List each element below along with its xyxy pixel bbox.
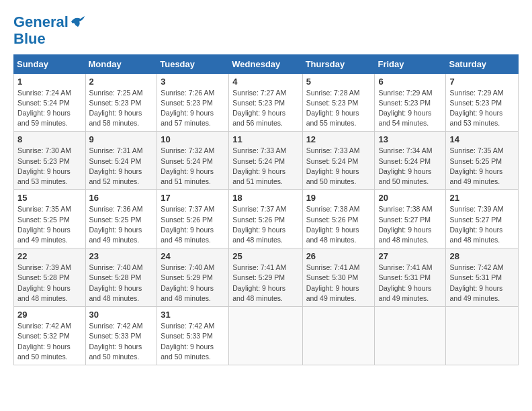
calendar-cell: 12 Sunrise: 7:33 AMSunset: 5:24 PMDaylig… xyxy=(302,132,375,190)
calendar-cell: 11 Sunrise: 7:33 AMSunset: 5:24 PMDaylig… xyxy=(229,132,302,190)
calendar-cell: 16 Sunrise: 7:36 AMSunset: 5:25 PMDaylig… xyxy=(85,190,157,248)
day-info: Sunrise: 7:39 AMSunset: 5:27 PMDaylight:… xyxy=(449,204,515,245)
day-info: Sunrise: 7:40 AMSunset: 5:29 PMDaylight:… xyxy=(161,263,225,304)
day-info: Sunrise: 7:42 AMSunset: 5:33 PMDaylight:… xyxy=(161,321,225,362)
weekday-header-wednesday: Wednesday xyxy=(229,54,302,73)
day-info: Sunrise: 7:26 AMSunset: 5:23 PMDaylight:… xyxy=(161,88,225,129)
day-info: Sunrise: 7:31 AMSunset: 5:24 PMDaylight:… xyxy=(89,146,154,187)
calendar-cell: 6 Sunrise: 7:29 AMSunset: 5:23 PMDayligh… xyxy=(375,73,446,132)
day-info: Sunrise: 7:38 AMSunset: 5:26 PMDaylight:… xyxy=(306,204,371,245)
logo: General Blue xyxy=(13,13,85,48)
calendar-cell xyxy=(229,307,302,365)
weekday-header-tuesday: Tuesday xyxy=(157,54,229,73)
day-number: 19 xyxy=(306,193,371,203)
day-number: 17 xyxy=(161,193,225,203)
logo-bird-icon xyxy=(70,15,85,28)
day-info: Sunrise: 7:41 AMSunset: 5:29 PMDaylight:… xyxy=(232,263,298,304)
calendar-cell: 19 Sunrise: 7:38 AMSunset: 5:26 PMDaylig… xyxy=(302,190,375,248)
day-number: 6 xyxy=(378,77,442,87)
calendar-cell: 10 Sunrise: 7:32 AMSunset: 5:24 PMDaylig… xyxy=(157,132,229,190)
calendar-cell: 21 Sunrise: 7:39 AMSunset: 5:27 PMDaylig… xyxy=(446,190,519,248)
weekday-header-monday: Monday xyxy=(85,54,157,73)
day-info: Sunrise: 7:25 AMSunset: 5:23 PMDaylight:… xyxy=(89,88,154,129)
day-info: Sunrise: 7:27 AMSunset: 5:23 PMDaylight:… xyxy=(232,88,298,129)
calendar-week-row: 1 Sunrise: 7:24 AMSunset: 5:24 PMDayligh… xyxy=(14,73,519,132)
day-info: Sunrise: 7:33 AMSunset: 5:24 PMDaylight:… xyxy=(232,146,298,187)
day-info: Sunrise: 7:30 AMSunset: 5:23 PMDaylight:… xyxy=(17,146,82,187)
day-number: 22 xyxy=(17,251,82,261)
logo-blue: Blue xyxy=(13,30,69,47)
day-number: 27 xyxy=(378,251,442,261)
calendar-cell: 17 Sunrise: 7:37 AMSunset: 5:26 PMDaylig… xyxy=(157,190,229,248)
calendar-cell: 4 Sunrise: 7:27 AMSunset: 5:23 PMDayligh… xyxy=(229,73,302,132)
calendar-cell: 23 Sunrise: 7:40 AMSunset: 5:28 PMDaylig… xyxy=(85,248,157,307)
calendar-cell xyxy=(375,307,446,365)
day-info: Sunrise: 7:42 AMSunset: 5:31 PMDaylight:… xyxy=(449,263,515,304)
day-info: Sunrise: 7:42 AMSunset: 5:32 PMDaylight:… xyxy=(17,321,82,362)
day-number: 31 xyxy=(161,310,225,320)
day-number: 25 xyxy=(232,251,298,261)
day-number: 5 xyxy=(306,77,371,87)
day-info: Sunrise: 7:39 AMSunset: 5:28 PMDaylight:… xyxy=(17,263,82,304)
day-info: Sunrise: 7:41 AMSunset: 5:31 PMDaylight:… xyxy=(378,263,442,304)
day-info: Sunrise: 7:29 AMSunset: 5:23 PMDaylight:… xyxy=(449,88,515,129)
day-info: Sunrise: 7:34 AMSunset: 5:24 PMDaylight:… xyxy=(378,146,442,187)
calendar-cell: 30 Sunrise: 7:42 AMSunset: 5:33 PMDaylig… xyxy=(85,307,157,365)
day-number: 9 xyxy=(89,134,154,144)
calendar-cell: 25 Sunrise: 7:41 AMSunset: 5:29 PMDaylig… xyxy=(229,248,302,307)
logo-general: General xyxy=(13,13,69,30)
weekday-header-sunday: Sunday xyxy=(14,54,86,73)
day-number: 1 xyxy=(17,77,82,87)
weekday-header-thursday: Thursday xyxy=(302,54,375,73)
day-info: Sunrise: 7:40 AMSunset: 5:28 PMDaylight:… xyxy=(89,263,154,304)
day-number: 12 xyxy=(306,134,371,144)
day-info: Sunrise: 7:41 AMSunset: 5:30 PMDaylight:… xyxy=(306,263,371,304)
day-number: 4 xyxy=(232,77,298,87)
day-info: Sunrise: 7:24 AMSunset: 5:24 PMDaylight:… xyxy=(17,88,82,129)
calendar-cell: 31 Sunrise: 7:42 AMSunset: 5:33 PMDaylig… xyxy=(157,307,229,365)
page-header: General Blue xyxy=(13,13,519,48)
day-number: 28 xyxy=(449,251,515,261)
calendar-cell xyxy=(446,307,519,365)
day-number: 11 xyxy=(232,134,298,144)
calendar-cell: 2 Sunrise: 7:25 AMSunset: 5:23 PMDayligh… xyxy=(85,73,157,132)
calendar-body: 1 Sunrise: 7:24 AMSunset: 5:24 PMDayligh… xyxy=(14,73,519,365)
day-number: 3 xyxy=(161,77,225,87)
calendar-cell: 1 Sunrise: 7:24 AMSunset: 5:24 PMDayligh… xyxy=(14,73,86,132)
calendar-week-row: 29 Sunrise: 7:42 AMSunset: 5:32 PMDaylig… xyxy=(14,307,519,365)
day-info: Sunrise: 7:37 AMSunset: 5:26 PMDaylight:… xyxy=(161,204,225,245)
calendar-cell: 9 Sunrise: 7:31 AMSunset: 5:24 PMDayligh… xyxy=(85,132,157,190)
day-info: Sunrise: 7:33 AMSunset: 5:24 PMDaylight:… xyxy=(306,146,371,187)
calendar-cell: 18 Sunrise: 7:37 AMSunset: 5:26 PMDaylig… xyxy=(229,190,302,248)
calendar-table: SundayMondayTuesdayWednesdayThursdayFrid… xyxy=(13,54,519,365)
day-info: Sunrise: 7:35 AMSunset: 5:25 PMDaylight:… xyxy=(449,146,515,187)
calendar-week-row: 15 Sunrise: 7:35 AMSunset: 5:25 PMDaylig… xyxy=(14,190,519,248)
calendar-cell: 13 Sunrise: 7:34 AMSunset: 5:24 PMDaylig… xyxy=(375,132,446,190)
day-number: 20 xyxy=(378,193,442,203)
calendar-cell: 26 Sunrise: 7:41 AMSunset: 5:30 PMDaylig… xyxy=(302,248,375,307)
day-info: Sunrise: 7:28 AMSunset: 5:23 PMDaylight:… xyxy=(306,88,371,129)
day-info: Sunrise: 7:42 AMSunset: 5:33 PMDaylight:… xyxy=(89,321,154,362)
calendar-cell: 20 Sunrise: 7:38 AMSunset: 5:27 PMDaylig… xyxy=(375,190,446,248)
day-info: Sunrise: 7:38 AMSunset: 5:27 PMDaylight:… xyxy=(378,204,442,245)
calendar-cell: 15 Sunrise: 7:35 AMSunset: 5:25 PMDaylig… xyxy=(14,190,86,248)
calendar-cell: 3 Sunrise: 7:26 AMSunset: 5:23 PMDayligh… xyxy=(157,73,229,132)
calendar-cell: 5 Sunrise: 7:28 AMSunset: 5:23 PMDayligh… xyxy=(302,73,375,132)
calendar-cell: 24 Sunrise: 7:40 AMSunset: 5:29 PMDaylig… xyxy=(157,248,229,307)
weekday-header-saturday: Saturday xyxy=(446,54,519,73)
day-number: 13 xyxy=(378,134,442,144)
day-number: 2 xyxy=(89,77,154,87)
day-number: 16 xyxy=(89,193,154,203)
day-info: Sunrise: 7:29 AMSunset: 5:23 PMDaylight:… xyxy=(378,88,442,129)
day-number: 24 xyxy=(161,251,225,261)
day-number: 21 xyxy=(449,193,515,203)
calendar-cell: 14 Sunrise: 7:35 AMSunset: 5:25 PMDaylig… xyxy=(446,132,519,190)
day-number: 7 xyxy=(449,77,515,87)
day-number: 29 xyxy=(17,310,82,320)
day-number: 30 xyxy=(89,310,154,320)
calendar-cell: 27 Sunrise: 7:41 AMSunset: 5:31 PMDaylig… xyxy=(375,248,446,307)
day-number: 26 xyxy=(306,251,371,261)
day-info: Sunrise: 7:36 AMSunset: 5:25 PMDaylight:… xyxy=(89,204,154,245)
day-number: 10 xyxy=(161,134,225,144)
day-number: 15 xyxy=(17,193,82,203)
